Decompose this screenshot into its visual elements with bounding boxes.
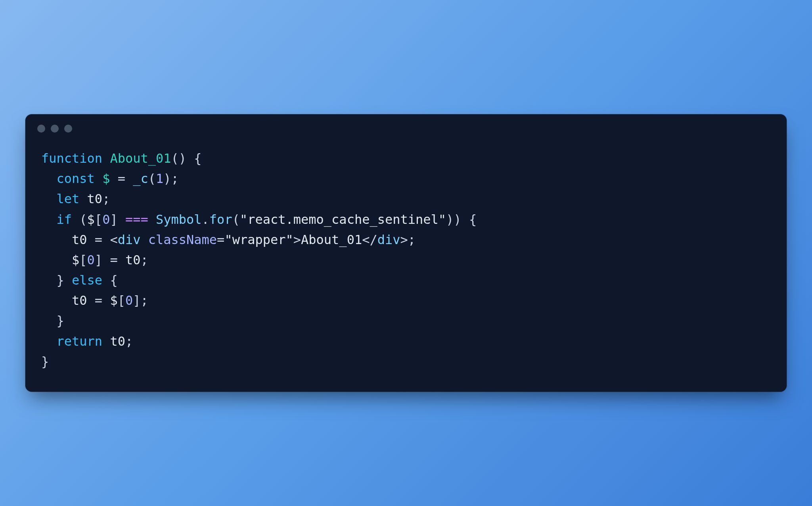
code-block[interactable]: function About_01() { const $ = _c(1); l… [25, 137, 787, 392]
code-token: () [171, 151, 187, 166]
code-token: = [118, 171, 125, 186]
code-token: ; [140, 252, 148, 267]
code-token [102, 232, 110, 247]
window-close-dot[interactable] [37, 125, 45, 133]
code-token [102, 293, 110, 308]
code-token: if [57, 212, 72, 227]
window-minimize-dot[interactable] [51, 125, 59, 133]
code-token: ; [408, 232, 416, 247]
code-token: = [217, 232, 224, 247]
code-token: { [102, 273, 118, 288]
code-line: t0 = $[0]; [41, 291, 771, 311]
code-token: "react.memo_cache_sentinel" [240, 212, 446, 227]
code-token: } [57, 273, 72, 288]
code-line: return t0; [41, 331, 771, 352]
code-token: </ [362, 232, 377, 247]
code-token: 0 [87, 252, 95, 267]
code-line: } [41, 311, 771, 331]
code-token [87, 232, 95, 247]
code-token: 0 [125, 293, 133, 308]
code-token: ( [148, 171, 156, 186]
window-titlebar [25, 114, 787, 137]
code-line: if ($[0] === Symbol.for("react.memo_cach… [41, 210, 771, 230]
code-token: < [110, 232, 117, 247]
indent [41, 313, 57, 328]
code-token: t0 [72, 232, 87, 247]
code-token: { [186, 151, 202, 166]
code-token: div [118, 232, 141, 247]
code-token [102, 334, 110, 349]
code-line: function About_01() { [41, 148, 771, 169]
window-zoom-dot[interactable] [64, 125, 72, 133]
code-line: let t0; [41, 189, 771, 209]
code-token: $ [110, 293, 117, 308]
code-token: = [95, 232, 102, 247]
code-token: $ [87, 212, 95, 227]
code-token: ] [110, 212, 125, 227]
code-token: t0 [87, 191, 103, 206]
code-token: About_01 [110, 151, 171, 166]
indent [41, 212, 57, 227]
code-token [148, 212, 156, 227]
indent [41, 232, 72, 247]
code-token: $ [102, 171, 110, 186]
code-window: function About_01() { const $ = _c(1); l… [25, 114, 787, 392]
code-line: $[0] = t0; [41, 250, 771, 270]
code-token: 1 [156, 171, 163, 186]
indent [41, 171, 57, 186]
code-token: = [95, 293, 102, 308]
indent [41, 273, 57, 288]
code-token [87, 293, 95, 308]
code-token [102, 151, 110, 166]
code-token [79, 191, 87, 206]
code-line: } [41, 352, 771, 372]
indent [41, 191, 57, 206]
code-token: > [293, 232, 301, 247]
code-token: let [57, 191, 80, 206]
code-token [118, 252, 125, 267]
code-token: = [110, 252, 117, 267]
code-token: _c [133, 171, 148, 186]
code-token: ]; [133, 293, 148, 308]
indent [41, 252, 72, 267]
code-token: About_01 [301, 232, 362, 247]
code-token: } [57, 313, 64, 328]
indent [41, 334, 57, 349]
code-token: ; [102, 191, 110, 206]
code-line: } else { [41, 270, 771, 291]
code-line: t0 = <div className="wrapper">About_01</… [41, 230, 771, 250]
code-token [125, 171, 133, 186]
code-token [110, 171, 117, 186]
code-token: ; [125, 334, 133, 349]
code-token: ( [72, 212, 87, 227]
code-token: t0 [125, 252, 141, 267]
code-token: className [148, 232, 217, 247]
code-token: return [57, 334, 103, 349]
code-token: ] [95, 252, 110, 267]
code-token: $ [72, 252, 79, 267]
code-token: function [41, 151, 102, 166]
code-token: > [400, 232, 408, 247]
code-token: )) { [446, 212, 477, 227]
code-token: "wrapper" [224, 232, 293, 247]
code-token: const [57, 171, 95, 186]
code-token: else [72, 273, 102, 288]
code-token: [ [118, 293, 125, 308]
code-token: . [202, 212, 209, 227]
code-token: } [41, 354, 49, 369]
code-token: t0 [72, 293, 87, 308]
code-token [140, 232, 148, 247]
code-token: Symbol [156, 212, 202, 227]
code-token: ( [232, 212, 240, 227]
code-token: 0 [102, 212, 110, 227]
code-token: [ [79, 252, 87, 267]
code-line: const $ = _c(1); [41, 169, 771, 189]
code-token [95, 171, 102, 186]
indent [41, 293, 72, 308]
code-token: for [209, 212, 232, 227]
code-token: === [125, 212, 148, 227]
code-token: t0 [110, 334, 125, 349]
code-token: [ [95, 212, 102, 227]
code-token: div [377, 232, 400, 247]
code-token: ); [163, 171, 179, 186]
